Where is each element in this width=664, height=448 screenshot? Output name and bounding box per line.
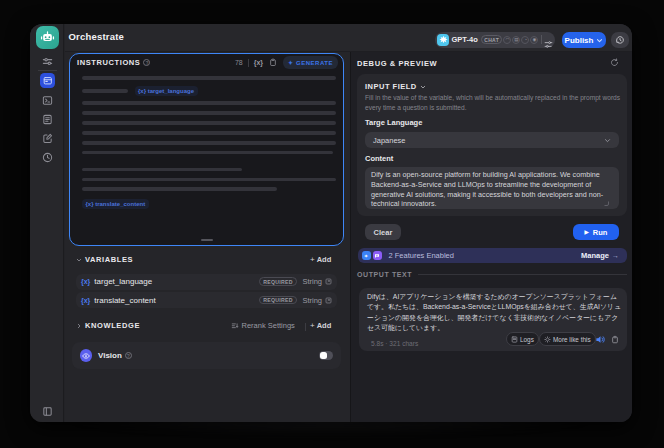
publish-label: Publish: [565, 36, 594, 45]
app-window: Orchestrate GPT-4o CHAT ◠ ▤ ◔ ◉: [30, 24, 632, 422]
help-icon: ?: [143, 59, 150, 66]
content-textarea[interactable]: Dify is an open-source platform for buil…: [365, 167, 619, 209]
more-like-this-button[interactable]: More like this: [539, 332, 596, 346]
variable-row-translate-content[interactable]: {x} translate_content REQUIRED String: [76, 292, 337, 308]
vision-toggle[interactable]: [319, 351, 333, 360]
debug-title: DEBUG & PREVIEW: [357, 59, 437, 68]
variables-section-header[interactable]: VARIABLES: [76, 255, 133, 264]
output-card: Difyは、AIアプリケーションを構築するためのオープンソースプラットフォームで…: [359, 288, 627, 351]
output-section-header: OUTPUT TEXT: [357, 271, 627, 278]
pill-divider: [541, 35, 542, 44]
skeleton-text-bar: [82, 121, 336, 125]
target-language-select[interactable]: Japanese: [365, 132, 619, 148]
variable-row-target-language[interactable]: {x} target_language REQUIRED String: [76, 274, 337, 290]
manage-features-button[interactable]: Manage →: [581, 251, 619, 260]
capability-audio-icon: ◔: [521, 36, 529, 44]
copy-icon[interactable]: [611, 335, 619, 345]
chevron-down-icon: [596, 37, 603, 44]
instructions-title: INSTRUCTIONS: [77, 58, 140, 67]
config-panel: INSTRUCTIONS ? 78 {x} ✦ GENERATE: [65, 52, 350, 422]
knowledge-section-header[interactable]: KNOWLEDGE: [76, 321, 140, 330]
model-name: GPT-4o: [452, 35, 478, 44]
collapse-sidebar-icon[interactable]: [42, 406, 53, 417]
feature-conversation-opener-icon: ✦: [362, 251, 371, 260]
output-meta: 5.8s · 321 chars: [371, 340, 418, 347]
input-field-title: INPUT FIELD: [365, 82, 417, 91]
variable-icon: {x}: [81, 278, 90, 285]
copy-prompt-icon[interactable]: [269, 58, 277, 67]
publish-button[interactable]: Publish: [562, 32, 606, 48]
chevron-down-icon: [76, 257, 82, 263]
add-label: Add: [317, 255, 332, 264]
sidebar-item-terminal-icon[interactable]: [42, 95, 53, 106]
resize-handle[interactable]: [201, 239, 213, 241]
skeleton-text-bar: [82, 131, 336, 135]
variable-settings-icon[interactable]: [325, 278, 332, 285]
add-knowledge-button[interactable]: + Add: [310, 321, 331, 330]
skeleton-text-bar: [82, 101, 336, 105]
topbar: Orchestrate GPT-4o CHAT ◠ ▤ ◔ ◉: [65, 24, 632, 52]
instructions-editor[interactable]: INSTRUCTIONS ? 78 {x} ✦ GENERATE: [69, 53, 344, 246]
instructions-header: INSTRUCTIONS ? 78 {x} ✦ GENERATE: [70, 54, 343, 71]
required-badge: REQUIRED: [259, 296, 298, 305]
capability-globe-icon: ◠: [503, 36, 511, 44]
feature-citations-icon: [373, 251, 382, 260]
manage-label: Manage: [581, 251, 609, 260]
play-icon: ▶: [585, 229, 589, 235]
capability-document-icon: ▤: [512, 36, 520, 44]
vision-eye-icon: [80, 349, 93, 362]
input-field-header[interactable]: INPUT FIELD: [365, 82, 426, 91]
skeleton-text-bar: [82, 168, 242, 172]
skeleton-text-bar: [82, 76, 336, 80]
features-enabled-text: 2 Features Enabled: [389, 251, 582, 260]
sliders-icon[interactable]: [42, 56, 53, 67]
logs-button[interactable]: Logs: [506, 332, 539, 346]
sidebar-divider: [38, 70, 57, 71]
run-label: Run: [593, 228, 608, 237]
input-field-card: INPUT FIELD Fill in the value of the var…: [357, 74, 627, 216]
sidebar-item-monitoring-icon[interactable]: [42, 152, 53, 163]
variable-settings-icon[interactable]: [325, 297, 332, 304]
speaker-icon[interactable]: [595, 334, 606, 345]
content-label: Content: [365, 154, 393, 163]
capability-vision-icon: ◉: [530, 36, 538, 44]
plus-icon: +: [310, 321, 315, 330]
sidebar-item-orchestrate[interactable]: [40, 73, 55, 88]
insert-variable-icon[interactable]: {x}: [254, 59, 263, 66]
skeleton-text-bar: [82, 151, 333, 155]
rerank-label: Rerank Settings: [242, 321, 295, 330]
variable-name: target_language: [94, 277, 152, 286]
sidebar-item-annotation-icon[interactable]: [42, 133, 53, 144]
features-bar[interactable]: ✦ 2 Features Enabled Manage →: [358, 248, 627, 263]
model-selector[interactable]: GPT-4o CHAT ◠ ▤ ◔ ◉: [435, 32, 555, 48]
sidebar: [30, 24, 64, 422]
skeleton-text-bar: [82, 89, 128, 93]
variable-chip-target-language[interactable]: {x} target_language: [135, 86, 198, 96]
app-logo-robot-icon[interactable]: [36, 26, 59, 49]
character-count: 78: [235, 59, 243, 66]
sidebar-item-logs-icon[interactable]: [42, 114, 53, 125]
chevron-down-icon: [604, 137, 611, 144]
header-divider: [248, 59, 249, 67]
variable-chip-translate-content[interactable]: {x} translate_content: [82, 199, 149, 209]
required-badge: REQUIRED: [259, 277, 298, 286]
add-variable-button[interactable]: + Add: [310, 255, 331, 264]
target-language-value: Japanese: [373, 136, 604, 145]
clear-button[interactable]: Clear: [365, 224, 401, 240]
more-like-this-label: More like this: [553, 336, 591, 343]
textarea-resize-icon[interactable]: [604, 201, 609, 206]
help-icon: ?: [125, 352, 132, 359]
version-history-button[interactable]: [611, 32, 629, 48]
restart-icon[interactable]: [610, 58, 619, 67]
run-button[interactable]: ▶ Run: [573, 224, 619, 240]
output-title: OUTPUT TEXT: [357, 271, 412, 278]
arrow-right-icon: →: [612, 252, 619, 259]
chevron-right-icon: [76, 323, 82, 329]
target-language-label: Targe Language: [365, 118, 422, 127]
generate-button[interactable]: ✦ GENERATE: [283, 56, 338, 69]
model-params-icon[interactable]: [544, 35, 553, 44]
skeleton-text-bar: [82, 141, 336, 145]
rerank-settings-button[interactable]: Rerank Settings: [231, 321, 295, 330]
input-field-description: Fill in the value of the variable, which…: [365, 93, 625, 112]
skeleton-text-bar: [82, 178, 336, 182]
